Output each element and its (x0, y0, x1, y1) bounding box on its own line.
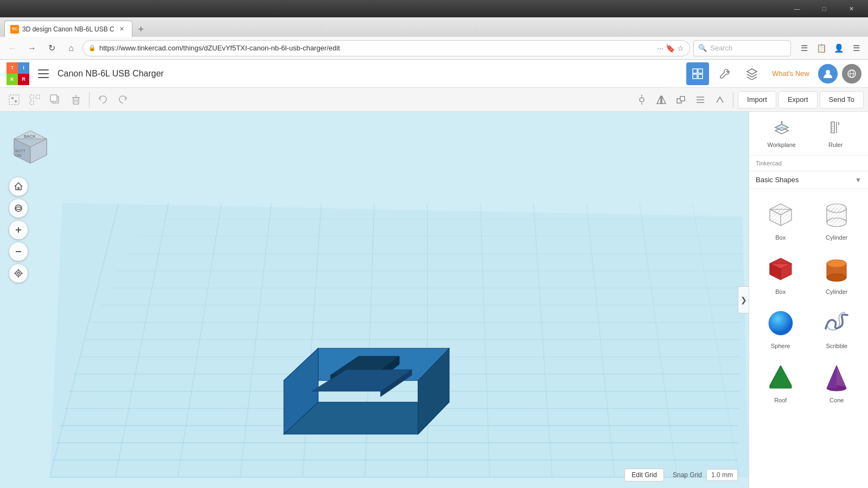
svg-marker-33 (50, 203, 749, 478)
ungroup-button[interactable] (25, 90, 44, 110)
toolbar-right: Import Export Send To (633, 91, 864, 108)
mirror-btn[interactable] (653, 91, 670, 108)
active-tab[interactable]: TC 3D design Canon NB-6L USB C ✕ (4, 21, 132, 37)
snap-value[interactable]: 1.0 mm (706, 469, 738, 481)
shape-box-solid[interactable]: Box (754, 247, 808, 299)
logo-cell-tl: T (7, 62, 18, 74)
workplane-btn[interactable] (633, 91, 650, 108)
shape-scribble[interactable]: Scribble (810, 301, 864, 354)
edit-grid-button[interactable]: Edit Grid (624, 468, 664, 481)
menu-icon[interactable]: ☰ (848, 41, 864, 56)
whats-new-button[interactable]: What's New (768, 67, 814, 80)
box-solid-icon (763, 252, 798, 286)
viewport[interactable]: BACK BOTT OM (0, 112, 749, 488)
reload-button[interactable]: ↻ (43, 40, 60, 56)
redo-button[interactable] (113, 90, 133, 110)
undo-button[interactable] (93, 90, 112, 110)
tinkercad-logo[interactable]: T I K R (7, 62, 29, 85)
bookmark-icon[interactable]: 🔖 (666, 44, 675, 53)
camera-button[interactable] (9, 264, 28, 283)
community-avatar[interactable] (842, 64, 861, 84)
svg-rect-2 (693, 74, 697, 79)
svg-point-115 (827, 260, 846, 267)
zoom-out-button[interactable] (9, 242, 28, 261)
shape-cylinder-wireframe[interactable]: Cylinder (810, 193, 864, 245)
rotate-btn[interactable] (672, 91, 690, 108)
export-button[interactable]: Export (778, 91, 818, 108)
app-header-right: What's New (686, 62, 861, 85)
svg-point-4 (826, 70, 830, 74)
workplane-panel-button[interactable]: Workplane (756, 118, 808, 149)
user-avatar[interactable] (818, 64, 838, 84)
workplane-icon (773, 119, 790, 139)
home-view-button[interactable] (9, 177, 28, 196)
reader-view-icon[interactable]: 📋 (814, 41, 829, 56)
snap-grid-control: Snap Grid 1.0 mm (673, 469, 738, 481)
titlebar-controls: — □ ✕ (784, 3, 864, 15)
layers-button[interactable] (741, 62, 763, 85)
align-btn[interactable] (692, 91, 709, 108)
minimize-button[interactable]: — (784, 3, 809, 15)
app-menu-icon[interactable] (36, 66, 51, 81)
sphere-solid-icon (763, 306, 798, 341)
svg-rect-15 (50, 95, 57, 101)
cylinder-solid-icon (819, 252, 854, 286)
tools-button[interactable] (713, 62, 736, 85)
lock-icon: 🔒 (88, 44, 96, 52)
tab-close-button[interactable]: ✕ (118, 25, 126, 34)
shapes-grid: Box (749, 189, 868, 412)
star-icon[interactable]: ☆ (677, 44, 684, 53)
right-panel: Workplane Ruler (749, 112, 868, 488)
duplicate-button[interactable] (46, 90, 65, 110)
scribble-icon (819, 306, 854, 341)
view-cube[interactable]: BACK BOTT OM (9, 123, 47, 160)
svg-rect-3 (698, 74, 703, 79)
home-button[interactable]: ⌂ (63, 40, 79, 56)
search-box[interactable]: 🔍 Search (693, 40, 791, 56)
main-content: BACK BOTT OM (0, 112, 868, 488)
shape-cone-solid[interactable]: Cone (810, 356, 864, 408)
svg-marker-120 (770, 365, 792, 388)
dropdown-arrow-icon: ▼ (855, 176, 861, 184)
group-button[interactable] (4, 90, 24, 110)
zoom-in-button[interactable] (9, 220, 28, 240)
new-tab-button[interactable]: + (133, 22, 149, 37)
shape-roof-solid[interactable]: Roof (754, 356, 808, 408)
orbit-button[interactable] (9, 198, 28, 218)
sync-icon[interactable]: 👤 (831, 41, 846, 56)
svg-rect-0 (693, 69, 697, 73)
search-icon: 🔍 (698, 44, 707, 52)
import-button[interactable]: Import (738, 91, 776, 108)
send-to-button[interactable]: Send To (820, 91, 864, 108)
browser-titlebar: — □ ✕ (0, 0, 868, 17)
ruler-panel-button[interactable]: Ruler (810, 118, 862, 149)
grid-view-button[interactable] (686, 62, 709, 85)
shape-cylinder-solid[interactable]: Cylinder (810, 247, 864, 299)
toolbar-separator-2 (733, 92, 733, 107)
close-button[interactable]: ✕ (839, 3, 864, 15)
flip-btn[interactable] (711, 91, 729, 108)
delete-button[interactable] (66, 90, 86, 110)
view-nav-buttons (9, 177, 28, 283)
more-icon[interactable]: ··· (657, 44, 663, 53)
snap-grid-label: Snap Grid (673, 471, 702, 479)
svg-rect-10 (15, 100, 17, 102)
shapes-dropdown[interactable]: Basic Shapes ▼ (749, 171, 868, 189)
maximize-button[interactable]: □ (812, 3, 837, 15)
back-button[interactable]: ← (4, 40, 21, 56)
svg-rect-12 (36, 95, 40, 99)
forward-button[interactable]: → (24, 40, 40, 56)
svg-rect-8 (9, 95, 19, 105)
shape-sphere-solid[interactable]: Sphere (754, 301, 808, 354)
bookmarks-icon[interactable]: ☰ (796, 41, 812, 56)
address-bar[interactable]: 🔒 https://www.tinkercad.com/things/dZUEv… (82, 40, 690, 56)
url-text: https://www.tinkercad.com/things/dZUEvYf… (99, 44, 654, 52)
bottom-bar: Edit Grid Snap Grid 1.0 mm (624, 468, 738, 481)
svg-rect-1 (698, 69, 703, 73)
panel-collapse-button[interactable]: ❯ (738, 286, 749, 313)
search-placeholder: Search (710, 44, 732, 52)
svg-point-82 (16, 271, 21, 276)
cylinder-wireframe-icon (819, 197, 854, 232)
tab-favicon: TC (10, 25, 19, 34)
shape-box-wireframe[interactable]: Box (754, 193, 808, 245)
